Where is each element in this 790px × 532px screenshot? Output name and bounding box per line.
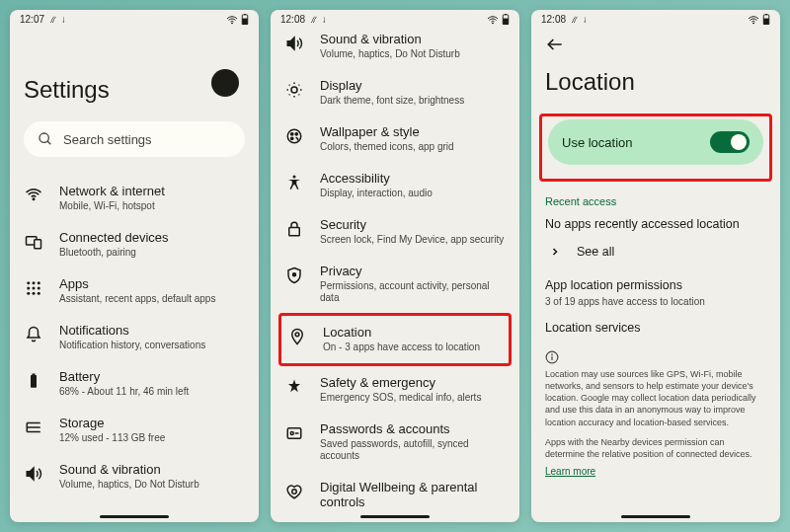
sound-icon xyxy=(24,464,43,484)
avatar[interactable] xyxy=(211,69,239,97)
settings-item-security[interactable]: SecurityScreen lock, Find My Device, app… xyxy=(284,208,506,255)
battery-icon xyxy=(24,371,43,391)
home-indicator[interactable] xyxy=(360,515,430,518)
settings-item-wifi[interactable]: Network & internetMobile, Wi-Fi, hotspot xyxy=(24,175,245,221)
search-input[interactable]: Search settings xyxy=(24,121,245,157)
wifi-icon xyxy=(226,15,238,25)
use-location-toggle-row[interactable]: Use location xyxy=(548,119,763,165)
apps-icon xyxy=(24,278,43,298)
row-subtitle: 12% used - 113 GB free xyxy=(59,432,245,444)
settings-item-sound[interactable]: Sound & vibrationVolume, haptics, Do Not… xyxy=(24,453,245,499)
see-all-label: See all xyxy=(577,245,614,259)
row-title: Digital Wellbeing & parental controls xyxy=(320,480,506,509)
svg-rect-27 xyxy=(505,14,507,15)
svg-point-39 xyxy=(287,129,301,143)
home-indicator[interactable] xyxy=(100,515,169,518)
settings-item-devices[interactable]: Connected devicesBluetooth, pairing xyxy=(24,221,245,267)
svg-rect-54 xyxy=(763,19,769,25)
svg-point-6 xyxy=(33,198,35,200)
settings-item-display[interactable]: DisplayDark theme, font size, brightness xyxy=(284,69,506,115)
highlight-box: Use location xyxy=(539,114,772,182)
svg-point-48 xyxy=(290,432,293,435)
phone-settings-scrolled: 12:08 ⫽ ↓ Sound & vibrationVolume, hapti… xyxy=(271,10,519,522)
settings-item-wallpaper[interactable]: Wallpaper & styleColors, themed icons, a… xyxy=(284,115,506,162)
wallpaper-icon xyxy=(284,126,304,146)
phone-settings-main: 12:07 ⫽ ↓ Settings Search settings Netwo… xyxy=(10,10,259,522)
svg-point-11 xyxy=(38,281,40,284)
wifi-icon xyxy=(24,186,43,205)
svg-rect-8 xyxy=(35,240,41,249)
accessibility-icon xyxy=(284,173,304,192)
svg-rect-53 xyxy=(765,14,767,15)
row-title: Storage xyxy=(59,416,245,430)
sound-icon xyxy=(284,34,304,53)
row-subtitle: Mobile, Wi-Fi, hotspot xyxy=(59,200,245,212)
row-title: Network & internet xyxy=(59,184,245,198)
row-title: Safety & emergency xyxy=(320,375,506,390)
settings-item-safety[interactable]: Safety & emergencyEmergency SOS, medical… xyxy=(284,366,506,413)
svg-point-30 xyxy=(291,87,297,93)
see-all-button[interactable]: See all xyxy=(545,235,766,268)
row-title: Sound & vibration xyxy=(59,462,245,477)
status-icons-right xyxy=(226,14,249,25)
settings-item-wellbeing[interactable]: Digital Wellbeing & parental controlsScr… xyxy=(284,471,506,511)
svg-line-38 xyxy=(289,95,290,96)
status-icons-right xyxy=(748,14,770,25)
home-indicator[interactable] xyxy=(621,515,690,518)
info-text-2: Apps with the Nearby devices permission … xyxy=(545,436,766,460)
learn-more-link[interactable]: Learn more xyxy=(545,466,595,477)
settings-item-privacy[interactable]: PrivacyPermissions, account activity, pe… xyxy=(284,255,506,313)
row-subtitle: Volume, haptics, Do Not Disturb xyxy=(320,48,506,60)
phone-location-settings: 12:08 ⫽ ↓ Location Use location Recent a… xyxy=(531,10,780,522)
svg-point-17 xyxy=(38,292,40,295)
info-icon xyxy=(545,350,559,364)
app-permissions-title: App location permissions xyxy=(545,278,766,292)
row-subtitle: Assistant, recent apps, default apps xyxy=(59,293,245,305)
row-title: Wallpaper & style xyxy=(320,124,506,139)
notifications-icon xyxy=(24,325,43,344)
row-subtitle: Saved passwords, autofill, synced accoun… xyxy=(320,438,506,462)
svg-point-12 xyxy=(27,287,30,290)
back-button[interactable] xyxy=(545,27,766,54)
settings-item-apps[interactable]: AppsAssistant, recent apps, default apps xyxy=(24,267,245,314)
settings-item-storage[interactable]: Storage12% used - 113 GB free xyxy=(24,407,245,453)
use-location-label: Use location xyxy=(562,135,633,150)
row-subtitle: Dark theme, font size, brightness xyxy=(320,95,506,107)
status-time: 12:07 xyxy=(20,14,44,25)
settings-item-battery[interactable]: Battery68% - About 11 hr, 46 min left xyxy=(24,360,245,407)
no-apps-text: No apps recently accessed location xyxy=(545,217,766,231)
settings-item-sound[interactable]: Sound & vibrationVolume, haptics, Do Not… xyxy=(284,23,506,69)
settings-item-location[interactable]: LocationOn - 3 apps have access to locat… xyxy=(287,319,503,353)
statusbar: 12:08 ⫽ ↓ xyxy=(531,10,780,27)
row-title: Location xyxy=(323,325,503,340)
row-title: Sound & vibration xyxy=(320,32,506,46)
row-title: Apps xyxy=(59,276,245,291)
row-subtitle: 68% - About 11 hr, 46 min left xyxy=(59,386,245,398)
row-title: Display xyxy=(320,78,506,93)
svg-rect-3 xyxy=(242,19,248,25)
svg-point-43 xyxy=(293,176,296,179)
svg-line-37 xyxy=(299,85,300,86)
svg-point-16 xyxy=(33,292,36,295)
settings-item-accessibility[interactable]: AccessibilityDisplay, interaction, audio xyxy=(284,162,506,208)
svg-point-4 xyxy=(40,133,48,142)
row-subtitle: On - 3 apps have access to location xyxy=(323,342,503,353)
row-subtitle: Emergency SOS, medical info, alerts xyxy=(320,392,506,404)
location-icon xyxy=(287,327,307,346)
svg-point-42 xyxy=(291,137,293,139)
svg-marker-24 xyxy=(27,468,34,480)
display-icon xyxy=(284,80,304,100)
location-services-row[interactable]: Location services xyxy=(545,321,766,335)
toggle-switch[interactable] xyxy=(710,131,750,153)
app-permissions-row[interactable]: App location permissions 3 of 19 apps ha… xyxy=(545,278,766,307)
safety-icon xyxy=(284,377,304,397)
svg-point-58 xyxy=(552,354,553,355)
search-placeholder: Search settings xyxy=(63,132,152,147)
battery-icon xyxy=(762,14,770,25)
settings-item-passwords[interactable]: Passwords & accountsSaved passwords, aut… xyxy=(284,413,506,471)
recent-access-label: Recent access xyxy=(545,195,766,207)
svg-point-40 xyxy=(291,133,293,135)
settings-item-notifications[interactable]: NotificationsNotification history, conve… xyxy=(24,314,245,360)
svg-point-46 xyxy=(295,333,299,337)
row-subtitle: Colors, themed icons, app grid xyxy=(320,141,506,153)
